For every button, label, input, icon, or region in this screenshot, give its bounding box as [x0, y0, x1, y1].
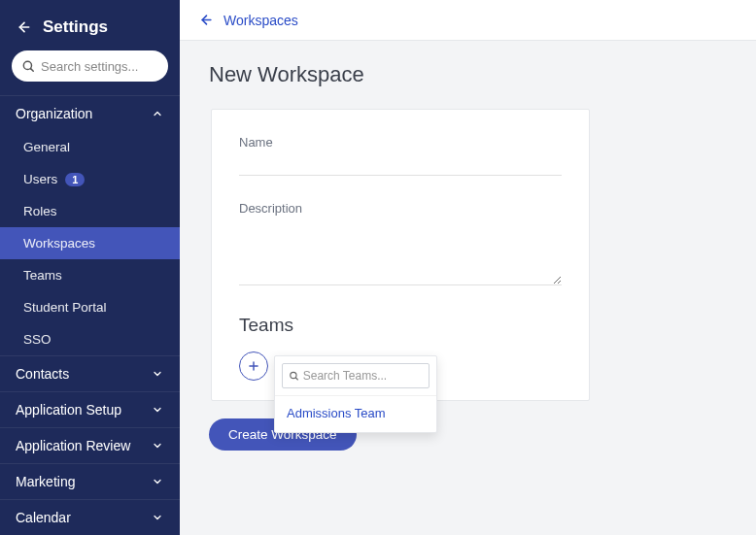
sidebar-search[interactable] [12, 50, 168, 82]
breadcrumb-label: Workspaces [223, 13, 298, 28]
sidebar-item-label: Users [23, 172, 57, 186]
nav-group-label: Organization [16, 106, 92, 121]
chevron-down-icon [151, 439, 164, 452]
sidebar-item-label: Teams [23, 268, 62, 283]
name-field: Name [239, 135, 562, 176]
sidebar-title: Settings [43, 17, 108, 37]
sidebar-header: Settings [0, 0, 180, 50]
description-field: Description [239, 201, 562, 289]
nav-group-application-review[interactable]: Application Review [0, 427, 180, 463]
chevron-down-icon [151, 403, 164, 417]
page-title: New Workspace [209, 62, 727, 87]
back-icon [199, 13, 214, 27]
content-area: New Workspace Name Description Teams [180, 41, 756, 535]
nav-group-calendar[interactable]: Calendar [0, 499, 180, 535]
nav-group-organization[interactable]: Organization [0, 95, 180, 131]
svg-line-7 [295, 378, 297, 380]
nav-group-label: Application Review [16, 438, 130, 453]
nav-group-label: Marketing [16, 474, 75, 489]
sidebar-search-input[interactable] [41, 59, 158, 74]
nav-section: Organization General Users 1 Roles Works… [0, 95, 180, 535]
workspace-form-card: Name Description Teams [211, 109, 590, 401]
sidebar-item-student-portal[interactable]: Student Portal [0, 291, 180, 323]
teams-section: Admissions Team [239, 351, 562, 381]
sidebar-item-label: General [23, 140, 70, 154]
sidebar: Settings Organization General Users 1 Ro… [0, 0, 180, 535]
sidebar-item-workspaces[interactable]: Workspaces [0, 227, 180, 259]
teams-popover-search-wrap [275, 356, 436, 395]
chevron-down-icon [151, 367, 164, 381]
svg-line-2 [31, 69, 34, 72]
chevron-down-icon [151, 475, 164, 488]
sidebar-item-roles[interactable]: Roles [0, 195, 180, 227]
teams-heading: Teams [239, 315, 562, 336]
nav-group-label: Contacts [16, 366, 69, 382]
name-label: Name [239, 135, 562, 150]
nav-group-marketing[interactable]: Marketing [0, 463, 180, 499]
sidebar-item-label: Roles [23, 204, 57, 218]
main-content: Workspaces New Workspace Name Descriptio… [180, 0, 756, 535]
nav-group-label: Calendar [16, 510, 71, 525]
sidebar-item-general[interactable]: General [0, 131, 180, 163]
sidebar-item-label: Workspaces [23, 236, 95, 251]
description-input[interactable] [239, 223, 562, 285]
users-badge: 1 [65, 173, 85, 186]
sidebar-item-teams[interactable]: Teams [0, 259, 180, 291]
search-icon [21, 59, 35, 73]
nav-group-label: Application Setup [16, 402, 121, 418]
breadcrumb[interactable]: Workspaces [199, 13, 298, 28]
teams-search-input[interactable] [303, 369, 423, 383]
teams-popover-item[interactable]: Admissions Team [275, 395, 436, 432]
sidebar-item-label: Student Portal [23, 300, 107, 315]
chevron-up-icon [151, 107, 164, 120]
description-label: Description [239, 201, 562, 216]
sidebar-item-sso[interactable]: SSO [0, 323, 180, 355]
app-window: Settings Organization General Users 1 Ro… [0, 0, 756, 535]
plus-icon [247, 359, 260, 373]
sidebar-item-label: SSO [23, 332, 52, 347]
nav-group-contacts[interactable]: Contacts [0, 355, 180, 391]
teams-popover-search[interactable] [282, 363, 430, 388]
teams-popover: Admissions Team [274, 355, 437, 433]
sidebar-item-users[interactable]: Users 1 [0, 163, 180, 195]
add-team-button[interactable] [239, 351, 268, 381]
topbar: Workspaces [180, 0, 756, 41]
back-icon[interactable] [16, 18, 33, 36]
nav-group-application-setup[interactable]: Application Setup [0, 391, 180, 427]
search-icon [289, 370, 299, 382]
teams-section-wrapper: Teams Admissions Te [239, 315, 562, 381]
nav-items-organization: General Users 1 Roles Workspaces Teams S… [0, 131, 180, 355]
chevron-down-icon [151, 511, 164, 524]
name-input[interactable] [239, 175, 562, 176]
